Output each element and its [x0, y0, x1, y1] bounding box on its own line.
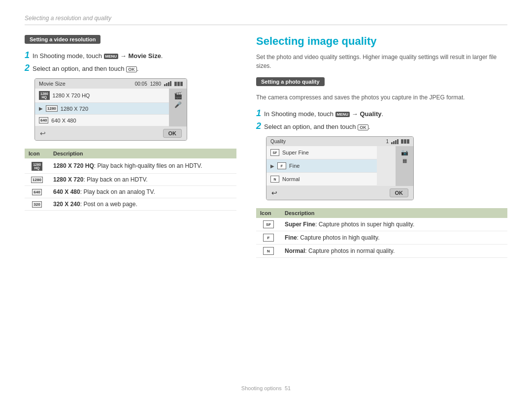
right-column: Selecting image quality Set the photo an… — [256, 35, 507, 258]
table-row: 640 640 X 480: Play back on an analog TV… — [25, 186, 236, 198]
hq-icon: 1280HQ — [32, 162, 42, 171]
table-row: 1280HQ 1280 X 720 HQ: Play back high-qua… — [25, 158, 236, 174]
table-row: N Normal: Capture photos in normal quali… — [256, 245, 507, 258]
n-icon: N — [270, 176, 279, 183]
battery-icon — [401, 139, 409, 144]
signal-icon — [391, 139, 399, 144]
page-footer: Shooting options 51 — [0, 385, 532, 391]
table-row: F Fine: Capture photos in high quality. — [256, 231, 507, 245]
quality-item-normal: N Normal — [266, 173, 377, 186]
back-button[interactable]: ↩ — [40, 129, 46, 137]
page-title: Selecting image quality — [256, 35, 507, 48]
sf-icon: SF — [263, 220, 274, 228]
f-icon: F — [277, 162, 286, 169]
hq-icon: 1280HQ — [39, 91, 50, 100]
page-container: Selecting a resolution and quality Setti… — [0, 0, 532, 401]
quality-item-fine: ▶ F Fine — [266, 159, 377, 173]
res-icon: 640 — [32, 189, 41, 195]
right-step-2: 2 Select an option, and then touch OK. — [256, 122, 507, 130]
f-icon: F — [263, 234, 274, 242]
signal-icon — [164, 81, 171, 86]
n-icon: N — [263, 247, 274, 255]
right-step-1: 1 In Shooting mode, touch MENU → Quality… — [256, 109, 507, 118]
res-icon: 320 — [32, 201, 41, 208]
quality-header: Quality 1 — [266, 137, 413, 146]
quality-list: SF Super Fine ▶ F Fine N Normal — [266, 146, 377, 186]
table-row: SF Super Fine: Capture photos in super h… — [256, 218, 507, 231]
cam-header: Movie Size 00:05 1280 — [35, 79, 187, 89]
table-row: 1280 1280 X 720: Play back on an HDTV. — [25, 174, 236, 186]
cam-side-panel: 🎬 🎤 — [169, 89, 187, 126]
menu-icon-right: MENU — [335, 112, 350, 117]
res-icon: 1280 — [31, 177, 43, 183]
sf-icon: SF — [270, 149, 279, 156]
video-icon-table: Icon Description 1280HQ 1280 X 720 HQ: P… — [25, 149, 236, 211]
ok-icon-right: OK — [358, 124, 368, 130]
breadcrumb: Selecting a resolution and quality — [25, 15, 507, 25]
table-header-icon: Icon — [25, 149, 49, 158]
ok-button[interactable]: OK — [390, 188, 409, 197]
res-icon: 640 — [39, 117, 48, 123]
table-header-desc: Description — [49, 149, 236, 158]
intro-text: Set the photo and video quality settings… — [256, 53, 507, 70]
quality-footer: ↩ OK — [266, 186, 413, 200]
quality-screen: Quality 1 — [266, 136, 414, 200]
list-item: 640 640 X 480 — [35, 115, 169, 126]
menu-icon-left: MENU — [104, 54, 119, 59]
list-item: 1280HQ 1280 X 720 HQ — [35, 89, 169, 103]
photo-quality-badge: Setting a photo quality — [256, 77, 325, 86]
list-item-selected: ▶ 1280 1280 X 720 — [35, 103, 169, 115]
ok-button[interactable]: OK — [163, 129, 182, 138]
battery-icon — [174, 82, 183, 86]
cam-footer: ↩ OK — [35, 126, 187, 140]
quality-item-superfine: SF Super Fine — [266, 146, 377, 159]
movie-size-list: 1280HQ 1280 X 720 HQ ▶ 1280 1280 X 720 6… — [35, 89, 169, 126]
video-resolution-badge: Setting a video resolution — [25, 35, 100, 44]
description-text: The camera compresses and saves the phot… — [256, 93, 507, 102]
res-icon: 1280 — [46, 105, 58, 112]
left-step-1: 1 In Shooting mode, touch MENU → Movie S… — [25, 51, 236, 60]
table-header-desc: Description — [281, 208, 507, 218]
table-header-icon: Icon — [256, 208, 281, 218]
left-step-2: 2 Select an option, and then touch OK. — [25, 63, 236, 72]
quality-icon-table: Icon Description SF Super Fine: Capture … — [256, 208, 507, 258]
back-button[interactable]: ↩ — [271, 189, 277, 197]
ok-icon-left: OK — [126, 66, 137, 72]
movie-size-screen: Movie Size 00:05 1280 — [34, 78, 187, 141]
table-row: 320 320 X 240: Post on a web page. — [25, 198, 236, 211]
left-column: Setting a video resolution 1 In Shooting… — [25, 35, 236, 258]
q-side-panel: 📷 ▦ — [396, 146, 413, 186]
